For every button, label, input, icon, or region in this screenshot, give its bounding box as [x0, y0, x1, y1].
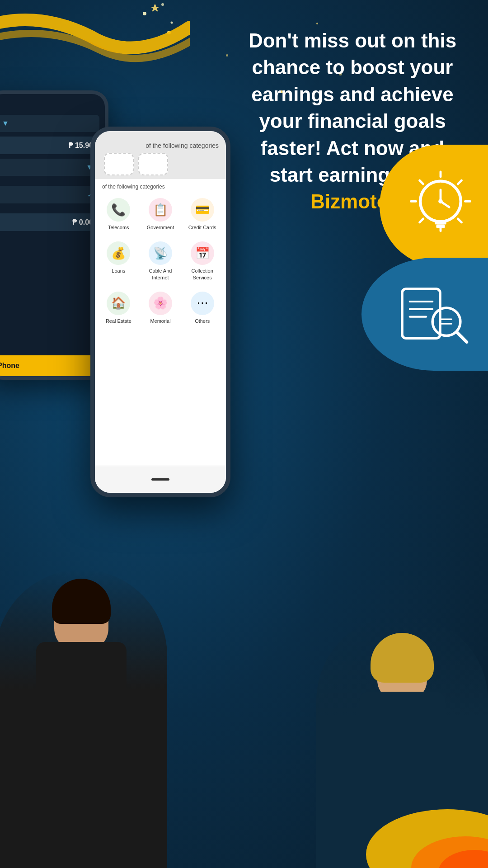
- category-subtitle: of the following categories: [95, 179, 226, 192]
- phone-left-footer[interactable]: Phone: [0, 355, 105, 376]
- search-box-2: [138, 153, 168, 175]
- person-left-hair: [52, 579, 111, 624]
- category-item-telecoms[interactable]: 📞Telecoms: [99, 193, 139, 235]
- category-item-others[interactable]: ⋯Others: [182, 287, 222, 329]
- amount-2: ₱ 0.00: [2, 218, 93, 226]
- svg-marker-3: [150, 4, 160, 12]
- svg-line-12: [458, 180, 461, 184]
- amount-1: ₱ 15.96: [2, 141, 93, 150]
- person-left-body: [0, 570, 167, 868]
- category-icon-memorial: 🌸: [149, 292, 172, 315]
- category-icon-government: 📋: [149, 198, 172, 222]
- category-label: Memorial: [150, 318, 170, 324]
- svg-line-23: [456, 332, 466, 342]
- gold-blob-bottom: [357, 787, 488, 868]
- sparkle-4: [316, 23, 318, 24]
- svg-point-2: [171, 22, 173, 24]
- category-item-memorial[interactable]: 🌸Memorial: [141, 287, 181, 329]
- dropdown-row-1[interactable]: ▼: [0, 115, 99, 132]
- categories-grid: 📞Telecoms📋Government💳Credit Cards💰Loans📡…: [95, 192, 226, 330]
- svg-line-11: [420, 180, 423, 184]
- person-right-hair: [371, 633, 434, 683]
- category-item-credit-cards[interactable]: 💳Credit Cards: [182, 193, 222, 235]
- category-label: Others: [195, 318, 210, 324]
- category-icon-loans: 💰: [107, 241, 130, 265]
- svg-point-0: [143, 12, 146, 15]
- category-icon-real-estate: 🏠: [107, 292, 130, 315]
- svg-point-17: [438, 199, 443, 204]
- category-icon-collection-services: 📅: [191, 241, 214, 265]
- dropdown-row-2[interactable]: ▼: [0, 159, 99, 176]
- svg-line-14: [458, 219, 461, 222]
- category-label: Loans: [112, 268, 125, 274]
- search-box-1: [104, 153, 134, 175]
- category-label: Collection Services: [184, 268, 221, 281]
- category-label: Cable And Internet: [142, 268, 179, 281]
- phone-center: of the following categories of the follo…: [90, 127, 230, 497]
- category-item-government[interactable]: 📋Government: [141, 193, 181, 235]
- svg-point-1: [161, 3, 164, 6]
- category-icon-credit-cards: 💳: [191, 198, 214, 222]
- svg-line-13: [420, 219, 423, 222]
- nav-indicator: [151, 478, 169, 481]
- category-icon-others: ⋯: [191, 292, 214, 315]
- category-icon-cable-and-internet: 📡: [149, 241, 172, 265]
- category-label: Credit Cards: [188, 224, 216, 231]
- category-label: Telecoms: [108, 224, 129, 231]
- bulb-icon: [404, 170, 477, 242]
- category-item-cable-and-internet[interactable]: 📡Cable And Internet: [141, 237, 181, 285]
- doc-search-icon: [393, 283, 474, 346]
- category-item-collection-services[interactable]: 📅Collection Services: [182, 237, 222, 285]
- person-left-shirt: [36, 642, 127, 778]
- gold-ribbon: [0, 0, 190, 99]
- sparkle-2: [226, 54, 228, 57]
- phone-nav: [95, 466, 226, 493]
- dropdown-row-3[interactable]: ✓: [0, 186, 99, 203]
- category-label: Real Estate: [106, 318, 131, 324]
- header-text: of the following categories: [102, 142, 219, 149]
- category-label: Government: [147, 224, 174, 231]
- category-item-loans[interactable]: 💰Loans: [99, 237, 139, 285]
- svg-rect-5: [435, 220, 446, 225]
- category-item-real-estate[interactable]: 🏠Real Estate: [99, 287, 139, 329]
- category-icon-telecoms: 📞: [107, 198, 130, 222]
- person-left: [0, 561, 185, 868]
- footer-label: Phone: [0, 362, 19, 369]
